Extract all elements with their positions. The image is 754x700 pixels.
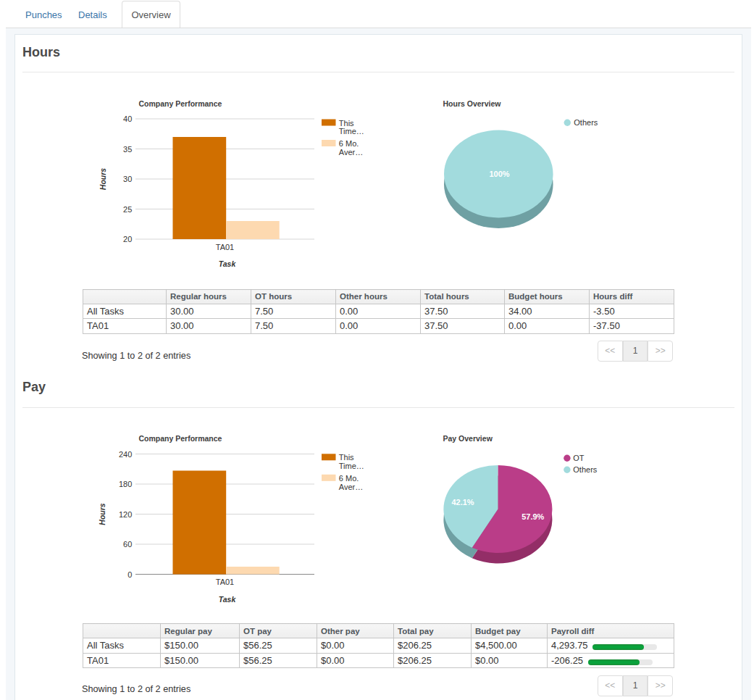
svg-text:Others: Others	[574, 118, 598, 127]
svg-text:TA01: TA01	[216, 578, 234, 586]
svg-text:57.9%: 57.9%	[521, 512, 544, 521]
svg-text:120: 120	[119, 510, 132, 519]
svg-text:42.1%: 42.1%	[451, 498, 474, 507]
svg-text:This: This	[339, 453, 354, 462]
svg-text:180: 180	[119, 480, 132, 488]
svg-text:100%: 100%	[489, 170, 509, 178]
svg-text:6 Mo.: 6 Mo.	[339, 139, 359, 148]
svg-text:Hours Overview: Hours Overview	[443, 99, 502, 108]
svg-text:Hours: Hours	[99, 168, 107, 190]
svg-text:Task: Task	[219, 259, 237, 268]
svg-text:20: 20	[123, 235, 132, 243]
svg-text:This: This	[339, 119, 354, 128]
svg-text:35: 35	[123, 145, 132, 154]
svg-text:Hours: Hours	[98, 503, 106, 525]
svg-text:Pay Overview: Pay Overview	[443, 434, 493, 443]
svg-text:Time…: Time…	[339, 462, 364, 470]
svg-text:Company Performance: Company Performance	[139, 99, 222, 108]
svg-text:TA01: TA01	[216, 243, 234, 251]
svg-text:Aver…: Aver…	[339, 148, 363, 157]
svg-text:Time…: Time…	[339, 127, 364, 136]
svg-text:40: 40	[123, 114, 132, 123]
svg-text:60: 60	[123, 540, 132, 549]
svg-text:Aver…: Aver…	[339, 483, 363, 491]
svg-text:Company Performance: Company Performance	[139, 434, 222, 443]
svg-text:Others: Others	[573, 465, 598, 474]
svg-text:25: 25	[123, 205, 132, 214]
svg-text:OT: OT	[573, 454, 585, 462]
svg-text:0: 0	[127, 570, 132, 579]
svg-text:240: 240	[119, 450, 132, 459]
svg-text:Task: Task	[219, 595, 237, 604]
svg-text:30: 30	[123, 175, 132, 183]
svg-text:6 Mo.: 6 Mo.	[339, 474, 359, 483]
